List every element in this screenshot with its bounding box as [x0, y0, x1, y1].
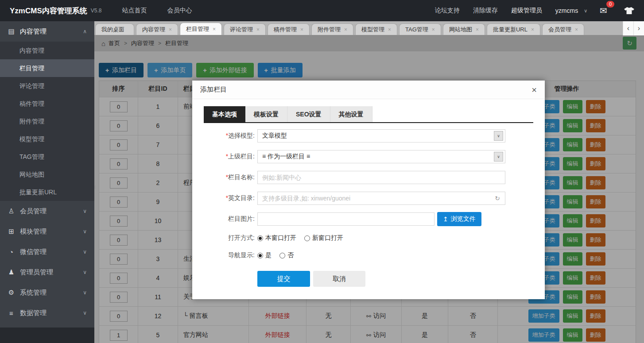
- browse-file-button[interactable]: ↥浏览文件: [437, 212, 481, 226]
- sidebar-section-content[interactable]: ▤ 内容管理 ∧: [0, 21, 94, 42]
- member-icon: ♙: [8, 207, 15, 215]
- refresh-icon[interactable]: ↻: [495, 195, 500, 202]
- tab-attachment-manage[interactable]: 附件管理×: [311, 23, 353, 35]
- radio-icon: [279, 253, 285, 258]
- nav-show-yes-radio[interactable]: 是: [257, 251, 272, 259]
- sidebar-section-data[interactable]: ≡ 数据管理 ∨: [0, 303, 94, 323]
- radio-icon: [257, 235, 263, 241]
- column-name-label: *栏目名称:: [204, 173, 257, 181]
- main-area: 我的桌面 内容管理× 栏目管理× 评论管理× 稿件管理× 附件管理× 模型管理×…: [94, 21, 644, 343]
- sidebar-item-attachment-manage[interactable]: 附件管理: [0, 112, 94, 130]
- tab-sitemap[interactable]: 网站地图×: [443, 23, 485, 35]
- column-image-label: 栏目图片:: [204, 215, 257, 223]
- column-name-input[interactable]: [257, 171, 505, 184]
- chevron-down-icon: ∨: [83, 269, 87, 275]
- cancel-button[interactable]: 取消: [313, 271, 365, 287]
- chevron-down-icon[interactable]: ∨: [494, 131, 503, 141]
- chevron-down-icon: ∨: [83, 289, 87, 296]
- close-icon[interactable]: ×: [300, 27, 303, 33]
- tab-my-desktop[interactable]: 我的桌面: [95, 23, 134, 35]
- dialog-tabs: 基本选项 模板设置 SEO设置 其他设置: [204, 106, 533, 123]
- close-icon[interactable]: ×: [476, 27, 479, 33]
- tabbar: 我的桌面 内容管理× 栏目管理× 评论管理× 稿件管理× 附件管理× 模型管理×…: [94, 21, 644, 35]
- chevron-up-icon: ∧: [83, 28, 87, 35]
- tab-template-settings[interactable]: 模板设置: [245, 106, 287, 122]
- tab-draft-manage[interactable]: 稿件管理×: [268, 23, 310, 35]
- tab-model-manage[interactable]: 模型管理×: [355, 23, 397, 35]
- sidebar-item-model-manage[interactable]: 模型管理: [0, 130, 94, 148]
- chevron-down-icon: ∨: [83, 249, 87, 255]
- tab-tag-manage[interactable]: TAG管理×: [399, 23, 441, 35]
- mail-icon[interactable]: ✉0: [600, 5, 607, 16]
- close-icon[interactable]: ×: [575, 27, 578, 33]
- chevron-down-icon: ∨: [83, 310, 87, 316]
- nav-show-no-radio[interactable]: 否: [279, 251, 294, 259]
- sidebar-item-column-manage[interactable]: 栏目管理: [0, 59, 94, 77]
- add-column-dialog: 添加栏目 × 基本选项 模板设置 SEO设置 其他设置 *选择模型: 文章模型∨: [192, 81, 545, 299]
- tab-basic-options[interactable]: 基本选项: [204, 106, 245, 122]
- tab-scroll-right-icon[interactable]: ›: [633, 21, 644, 35]
- sidebar-item-tag-manage[interactable]: TAG管理: [0, 148, 94, 166]
- chevron-down-icon[interactable]: ∨: [494, 152, 503, 162]
- submit-button[interactable]: 提交: [257, 271, 310, 287]
- sidebar-item-draft-manage[interactable]: 稿件管理: [0, 95, 94, 112]
- upload-icon: ↥: [443, 216, 448, 223]
- sidebar-section-module[interactable]: ⊞ 模块管理 ∨: [0, 221, 94, 242]
- sidebar-item-batch-update-url[interactable]: 批量更新URL: [0, 183, 94, 201]
- user-role-label: 超级管理员: [511, 7, 542, 15]
- sidebar-submenu: 内容管理 栏目管理 评论管理 稿件管理 附件管理 模型管理 TAG管理 网站地图…: [0, 42, 94, 201]
- tab-member-manage[interactable]: 会员管理×: [542, 23, 584, 35]
- topbar-link-clear-cache[interactable]: 清除缓存: [473, 7, 498, 15]
- sidebar-item-sitemap[interactable]: 网站地图: [0, 166, 94, 183]
- open-mode-same-window-radio[interactable]: 本窗口打开: [257, 234, 296, 242]
- parent-column-select[interactable]: ≡ 作为一级栏目 ≡: [257, 150, 505, 163]
- sidebar-section-wechat[interactable]: ◔ 微信管理 ∨: [0, 242, 94, 262]
- wechat-icon: ◔: [8, 248, 15, 256]
- parent-column-label: *上级栏目:: [204, 153, 257, 161]
- database-icon: ≡: [8, 309, 15, 317]
- tab-batch-update-url[interactable]: 批量更新URL×: [487, 23, 540, 35]
- model-select-label: *选择模型:: [204, 132, 257, 140]
- english-dir-input[interactable]: [257, 192, 505, 205]
- tab-scroll-left-icon[interactable]: ‹: [623, 21, 633, 35]
- column-image-input[interactable]: [257, 212, 435, 226]
- tab-content-manage[interactable]: 内容管理×: [136, 23, 178, 35]
- radio-icon: [257, 253, 263, 258]
- dialog-body: 基本选项 模板设置 SEO设置 其他设置 *选择模型: 文章模型∨ *上级栏目:…: [192, 106, 545, 287]
- close-icon[interactable]: ×: [169, 27, 172, 33]
- close-icon[interactable]: ×: [256, 27, 260, 33]
- sidebar-item-comment-manage[interactable]: 评论管理: [0, 77, 94, 95]
- username-menu[interactable]: yzmcms: [555, 7, 578, 14]
- close-icon[interactable]: ×: [531, 85, 537, 94]
- tab-seo-settings[interactable]: SEO设置: [287, 106, 330, 122]
- close-icon[interactable]: ×: [344, 27, 347, 33]
- english-dir-label: *英文目录:: [204, 194, 257, 202]
- chevron-down-icon[interactable]: ∨: [584, 8, 587, 14]
- tab-column-manage[interactable]: 栏目管理×: [180, 23, 222, 35]
- theme-tshirt-icon[interactable]: [624, 7, 634, 14]
- sidebar-section-system[interactable]: ⚙ 系统管理 ∨: [0, 282, 94, 303]
- content-area: ⌂ 首页 > 内容管理 > 栏目管理 ↻ +添加栏目 +添加单页 +添加外部链接…: [94, 35, 644, 343]
- close-icon[interactable]: ×: [213, 26, 216, 32]
- close-icon[interactable]: ×: [388, 27, 391, 33]
- sidebar-section-member[interactable]: ♙ 会员管理 ∨: [0, 201, 94, 221]
- topbar-link-member-center[interactable]: 会员中心: [167, 7, 192, 15]
- model-select[interactable]: 文章模型: [257, 129, 505, 143]
- chevron-down-icon: ∨: [83, 228, 87, 235]
- module-icon: ⊞: [8, 227, 15, 235]
- mail-badge: 0: [606, 1, 614, 8]
- sidebar-section-admin[interactable]: ♟ 管理员管理 ∨: [0, 262, 94, 282]
- chevron-down-icon: ∨: [83, 208, 87, 214]
- app-version: V5.8: [91, 8, 102, 14]
- sidebar-item-content-manage[interactable]: 内容管理: [0, 42, 94, 59]
- tab-other-settings[interactable]: 其他设置: [330, 106, 372, 122]
- admin-icon: ♟: [8, 268, 15, 276]
- open-mode-new-window-radio[interactable]: 新窗口打开: [304, 234, 343, 242]
- sidebar-section-label: 内容管理: [20, 27, 47, 36]
- nav-show-label: 导航显示:: [204, 251, 257, 259]
- topbar-link-site-home[interactable]: 站点首页: [122, 7, 147, 15]
- tab-comment-manage[interactable]: 评论管理×: [224, 23, 266, 35]
- topbar-link-forum[interactable]: 论坛支持: [435, 7, 460, 15]
- close-icon[interactable]: ×: [531, 27, 534, 33]
- close-icon[interactable]: ×: [432, 27, 435, 33]
